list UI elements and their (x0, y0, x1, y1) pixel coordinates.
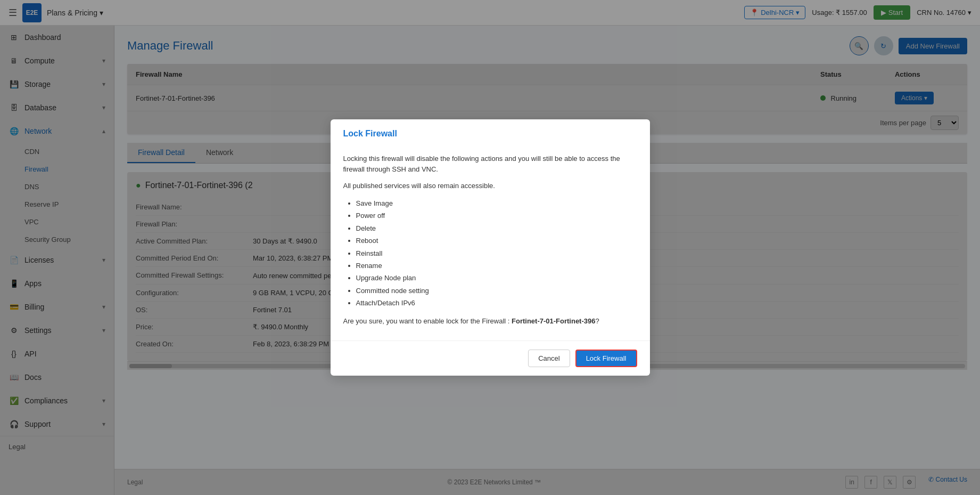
modal-disabled-actions-list: Save Image Power off Delete Reboot Reins… (356, 197, 637, 310)
list-item: Reboot (356, 234, 637, 247)
list-item: Committed node setting (356, 285, 637, 297)
list-item: Attach/Detach IPv6 (356, 297, 637, 309)
list-item: Power off (356, 209, 637, 222)
modal-body: Locking this firewall will disable the f… (331, 145, 650, 341)
lock-firewall-button[interactable]: Lock Firewall (575, 350, 637, 367)
list-item: Delete (356, 222, 637, 234)
list-item: Save Image (356, 197, 637, 209)
list-item: Reinstall (356, 247, 637, 259)
modal-header: Lock Firewall (331, 119, 650, 145)
modal-description-2: All published services will also remain … (343, 181, 637, 192)
list-item: Rename (356, 259, 637, 272)
modal-overlay: Lock Firewall Locking this firewall will… (0, 0, 980, 495)
lock-firewall-modal: Lock Firewall Locking this firewall will… (331, 119, 650, 376)
modal-footer: Cancel Lock Firewall (331, 340, 650, 376)
modal-confirm-text: Are you sure, you want to enable lock fo… (343, 316, 637, 327)
list-item: Upgrade Node plan (356, 272, 637, 284)
modal-title: Lock Firewall (343, 129, 397, 138)
cancel-button[interactable]: Cancel (528, 350, 570, 367)
modal-confirm-firewall-name: Fortinet-7-01-Fortinet-396 (512, 317, 595, 325)
modal-description-1: Locking this firewall will disable the f… (343, 153, 637, 176)
